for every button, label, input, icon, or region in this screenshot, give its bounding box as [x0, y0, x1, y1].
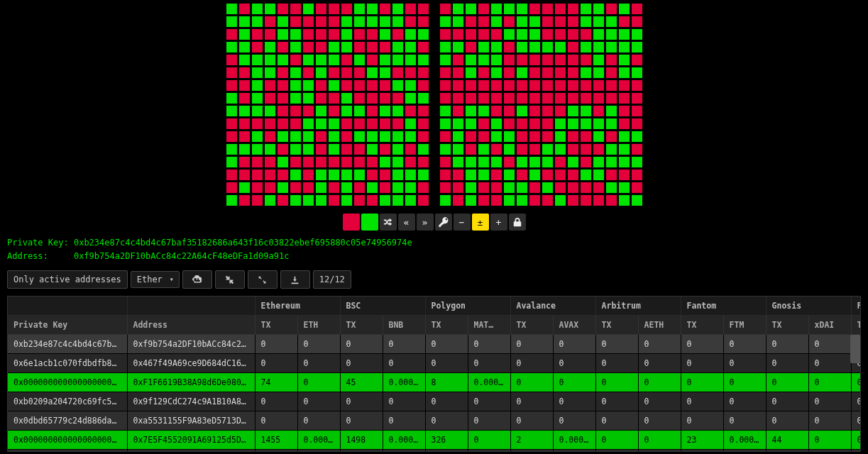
- bit-cell[interactable]: [405, 67, 417, 79]
- bit-cell[interactable]: [631, 3, 643, 15]
- bit-cell[interactable]: [277, 92, 289, 104]
- bit-cell[interactable]: [302, 118, 314, 130]
- bit-cell[interactable]: [516, 143, 528, 155]
- bit-cell[interactable]: [554, 79, 566, 92]
- bit-cell[interactable]: [264, 169, 276, 181]
- bit-cell[interactable]: [593, 143, 605, 155]
- bit-cell[interactable]: [554, 54, 566, 66]
- bit-cell[interactable]: [516, 118, 528, 130]
- bit-cell[interactable]: [251, 156, 263, 168]
- bit-cell[interactable]: [238, 16, 251, 28]
- bit-cell[interactable]: [238, 105, 251, 117]
- bit-cell[interactable]: [405, 169, 417, 181]
- scrollbar-thumb[interactable]: [850, 335, 860, 363]
- bit-cell[interactable]: [631, 41, 643, 53]
- bit-cell[interactable]: [542, 131, 554, 143]
- bit-cell[interactable]: [405, 92, 417, 104]
- bit-cell[interactable]: [542, 143, 554, 155]
- bit-cell[interactable]: [405, 194, 417, 206]
- bit-cell[interactable]: [392, 182, 404, 194]
- bit-cell[interactable]: [328, 92, 340, 104]
- bit-cell[interactable]: [490, 92, 502, 104]
- bit-cell[interactable]: [542, 194, 554, 206]
- bit-cell[interactable]: [315, 54, 327, 66]
- bit-cell[interactable]: [366, 156, 378, 168]
- bit-cell[interactable]: [605, 169, 617, 181]
- bit-cell[interactable]: [341, 194, 353, 206]
- bit-cell[interactable]: [353, 92, 366, 104]
- bit-cell[interactable]: [529, 28, 541, 40]
- bit-cell[interactable]: [618, 194, 630, 206]
- bit-cell[interactable]: [277, 182, 289, 194]
- column-header[interactable]: TX: [681, 316, 723, 335]
- bit-cell[interactable]: [465, 194, 477, 206]
- bit-cell[interactable]: [618, 131, 630, 143]
- bit-cell[interactable]: [251, 118, 263, 130]
- bit-cell[interactable]: [542, 92, 554, 104]
- bit-cell[interactable]: [580, 131, 592, 143]
- bit-cell[interactable]: [580, 105, 592, 117]
- bit-cell[interactable]: [405, 16, 417, 28]
- bit-cell[interactable]: [315, 156, 327, 168]
- bit-cell[interactable]: [405, 118, 417, 130]
- bit-cell[interactable]: [353, 118, 366, 130]
- bit-cell[interactable]: [542, 16, 554, 28]
- bit-cell[interactable]: [405, 79, 417, 92]
- bit-cell[interactable]: [353, 182, 366, 194]
- bit-cell[interactable]: [631, 143, 643, 155]
- bit-cell[interactable]: [277, 131, 289, 143]
- bit-cell[interactable]: [328, 3, 340, 15]
- bit-cell[interactable]: [277, 79, 289, 92]
- bit-cell[interactable]: [516, 156, 528, 168]
- bit-cell[interactable]: [277, 3, 289, 15]
- bit-cell[interactable]: [379, 156, 391, 168]
- bit-cell[interactable]: [452, 194, 464, 206]
- bit-cell[interactable]: [554, 41, 566, 53]
- bit-cell[interactable]: [567, 169, 579, 181]
- bit-cell[interactable]: [226, 79, 238, 92]
- bit-cell[interactable]: [529, 131, 541, 143]
- bit-cell[interactable]: [226, 182, 238, 194]
- bit-cell[interactable]: [580, 16, 592, 28]
- bit-cell[interactable]: [554, 3, 566, 15]
- bit-cell[interactable]: [631, 118, 643, 130]
- bit-cell[interactable]: [478, 54, 490, 66]
- column-header[interactable]: MAT…: [468, 316, 510, 335]
- bit-cell[interactable]: [238, 41, 251, 53]
- bit-cell[interactable]: [593, 169, 605, 181]
- bit-cell[interactable]: [503, 28, 515, 40]
- bit-cell[interactable]: [392, 67, 404, 79]
- bit-cell[interactable]: [465, 131, 477, 143]
- bit-cell[interactable]: [290, 16, 302, 28]
- bit-cell[interactable]: [618, 156, 630, 168]
- bit-cell[interactable]: [439, 16, 451, 28]
- bit-cell[interactable]: [516, 79, 528, 92]
- bit-cell[interactable]: [302, 16, 314, 28]
- bit-cell[interactable]: [452, 54, 464, 66]
- currency-select[interactable]: Ether: [131, 271, 180, 288]
- bit-cell[interactable]: [605, 118, 617, 130]
- bit-cell[interactable]: [315, 16, 327, 28]
- bit-cell[interactable]: [554, 194, 566, 206]
- download-button[interactable]: [280, 270, 310, 289]
- bit-cell[interactable]: [452, 143, 464, 155]
- bit-cell[interactable]: [580, 67, 592, 79]
- bit-cell[interactable]: [353, 143, 366, 155]
- bit-cell[interactable]: [542, 105, 554, 117]
- bit-cell[interactable]: [238, 3, 251, 15]
- bit-cell[interactable]: [452, 118, 464, 130]
- bit-grid-right[interactable]: [439, 3, 643, 206]
- bit-cell[interactable]: [379, 194, 391, 206]
- bit-cell[interactable]: [392, 169, 404, 181]
- last-button[interactable]: »: [417, 214, 434, 231]
- bit-cell[interactable]: [478, 131, 490, 143]
- bit-cell[interactable]: [353, 41, 366, 53]
- bit-cell[interactable]: [417, 182, 429, 194]
- bit-cell[interactable]: [490, 118, 502, 130]
- bit-cell[interactable]: [618, 169, 630, 181]
- bit-cell[interactable]: [542, 156, 554, 168]
- bit-cell[interactable]: [567, 118, 579, 130]
- bit-cell[interactable]: [554, 118, 566, 130]
- bit-cell[interactable]: [593, 92, 605, 104]
- bit-cell[interactable]: [405, 54, 417, 66]
